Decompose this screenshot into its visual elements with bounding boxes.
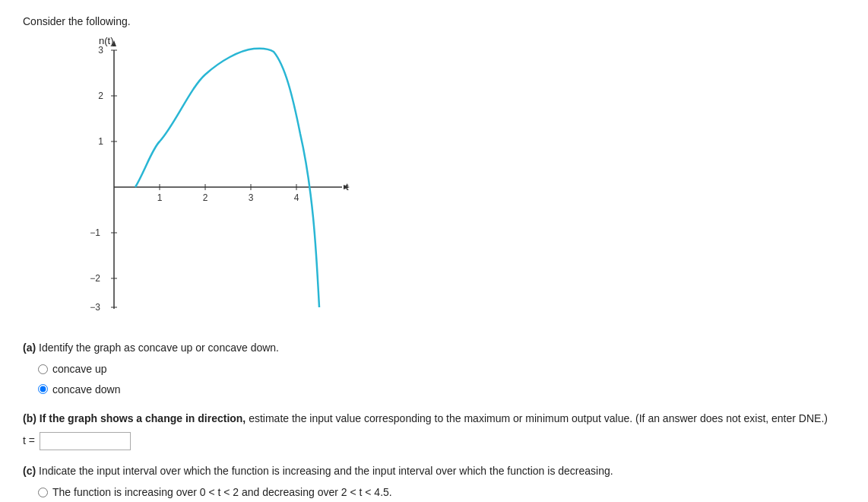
x-tick-1: 1 bbox=[157, 192, 163, 203]
radio-c-opt1[interactable] bbox=[38, 488, 48, 497]
t-input-line: t = bbox=[23, 432, 845, 450]
part-b-bold-text: If the graph shows a change in direction… bbox=[40, 412, 246, 424]
part-b-rest-text: estimate the input value corresponding t… bbox=[249, 412, 828, 424]
part-a-label: (a) bbox=[23, 342, 36, 354]
c-opt1-text: The function is increasing over 0 < t < … bbox=[52, 484, 392, 500]
y-tick-neg1: −1 bbox=[90, 227, 100, 238]
graph-svg: n(t) 3 2 1 −1 −2 −3 1 2 bbox=[53, 35, 372, 324]
x-tick-4: 4 bbox=[294, 192, 299, 203]
radio-c-opt1-label[interactable]: The function is increasing over 0 < t < … bbox=[38, 484, 845, 500]
t-equals-label: t = bbox=[23, 432, 35, 449]
part-c-question-text: Indicate the input interval over which t… bbox=[39, 465, 613, 477]
part-b-question: (b) If the graph shows a change in direc… bbox=[23, 410, 845, 427]
y-tick-2: 2 bbox=[98, 91, 103, 101]
part-c: (c) Indicate the input interval over whi… bbox=[23, 462, 845, 502]
x-tick-3: 3 bbox=[249, 192, 254, 203]
part-b: (b) If the graph shows a change in direc… bbox=[23, 410, 845, 450]
radio-concave-down-label[interactable]: concave down bbox=[38, 381, 845, 398]
part-a-question: (a) Identify the graph as concave up or … bbox=[23, 339, 845, 356]
part-a-question-text: Identify the graph as concave up or conc… bbox=[39, 342, 279, 354]
t-input[interactable] bbox=[40, 432, 131, 450]
concave-down-text: concave down bbox=[52, 381, 121, 398]
y-tick-3: 3 bbox=[98, 45, 103, 56]
part-a: (a) Identify the graph as concave up or … bbox=[23, 339, 845, 398]
radio-concave-up-label[interactable]: concave up bbox=[38, 361, 845, 377]
part-b-label: (b) bbox=[23, 412, 36, 424]
y-tick-neg2: −2 bbox=[90, 273, 100, 284]
y-tick-neg3: −3 bbox=[90, 302, 100, 313]
radio-concave-down[interactable] bbox=[38, 384, 48, 394]
part-c-label: (c) bbox=[23, 465, 36, 477]
consider-label: Consider the following. bbox=[23, 15, 845, 27]
y-tick-1: 1 bbox=[98, 136, 103, 147]
part-c-question: (c) Indicate the input interval over whi… bbox=[23, 462, 845, 479]
curve-path bbox=[135, 49, 319, 307]
graph-container: n(t) 3 2 1 −1 −2 −3 1 2 bbox=[53, 35, 372, 324]
x-tick-2: 2 bbox=[203, 192, 208, 203]
concave-up-text: concave up bbox=[52, 361, 107, 377]
radio-concave-up[interactable] bbox=[38, 364, 48, 374]
